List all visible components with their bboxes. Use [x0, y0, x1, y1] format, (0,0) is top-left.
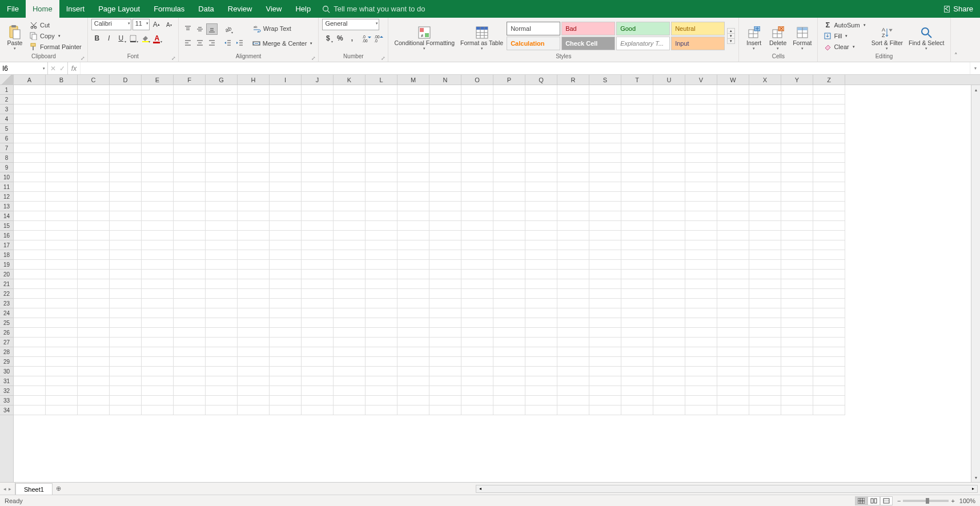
cell[interactable] — [302, 114, 334, 124]
cell[interactable] — [493, 270, 525, 279]
cell[interactable] — [174, 318, 206, 328]
cell[interactable] — [781, 347, 813, 357]
cell[interactable] — [813, 124, 845, 134]
cell[interactable] — [78, 396, 110, 405]
cell[interactable] — [653, 114, 685, 124]
cell[interactable] — [493, 85, 525, 95]
cell[interactable] — [334, 318, 366, 328]
cell[interactable] — [334, 211, 366, 221]
column-header[interactable]: F — [174, 75, 206, 85]
cell[interactable] — [206, 192, 238, 202]
cell[interactable] — [717, 172, 749, 182]
zoom-track[interactable] — [903, 500, 949, 502]
cell[interactable] — [525, 328, 557, 338]
style-check-cell[interactable]: Check Cell — [561, 37, 615, 50]
column-header[interactable]: C — [78, 75, 110, 85]
column-header[interactable]: O — [461, 75, 493, 85]
cell[interactable] — [653, 260, 685, 270]
cell[interactable] — [781, 367, 813, 376]
cell[interactable] — [238, 347, 270, 357]
cell[interactable] — [142, 202, 174, 211]
zoom-in-button[interactable]: + — [951, 497, 954, 504]
cell[interactable] — [142, 85, 174, 95]
cell[interactable] — [238, 357, 270, 367]
cell[interactable] — [397, 124, 429, 134]
cell[interactable] — [717, 143, 749, 153]
cell[interactable] — [589, 105, 621, 114]
cell[interactable] — [717, 279, 749, 289]
cell[interactable] — [749, 192, 781, 202]
cell[interactable] — [78, 124, 110, 134]
cell[interactable] — [78, 260, 110, 270]
cell[interactable] — [781, 357, 813, 367]
cell[interactable] — [621, 308, 653, 318]
cell[interactable] — [557, 182, 589, 192]
cell[interactable] — [717, 328, 749, 338]
cell[interactable] — [366, 308, 397, 318]
cell[interactable] — [14, 240, 46, 250]
cell[interactable] — [397, 338, 429, 347]
cell[interactable] — [270, 143, 302, 153]
cell[interactable] — [653, 279, 685, 289]
autosum-button[interactable]: Σ AutoSum ▾ — [821, 20, 867, 30]
cell[interactable] — [781, 405, 813, 415]
cell[interactable] — [78, 202, 110, 211]
cell[interactable] — [429, 172, 461, 182]
cell[interactable] — [46, 386, 78, 396]
cell[interactable] — [525, 85, 557, 95]
cell[interactable] — [685, 376, 717, 386]
cell[interactable] — [749, 134, 781, 143]
cell[interactable] — [813, 347, 845, 357]
row-header[interactable]: 20 — [0, 270, 13, 279]
cell[interactable] — [110, 357, 142, 367]
cell[interactable] — [302, 211, 334, 221]
cell[interactable] — [493, 105, 525, 114]
cell[interactable] — [781, 153, 813, 163]
font-color-button[interactable]: A — [151, 33, 163, 44]
cell[interactable] — [302, 318, 334, 328]
cell[interactable] — [238, 270, 270, 279]
cell[interactable] — [621, 221, 653, 231]
column-header[interactable]: K — [334, 75, 366, 85]
cell[interactable] — [589, 153, 621, 163]
cell[interactable] — [717, 153, 749, 163]
cell[interactable] — [461, 279, 493, 289]
cell[interactable] — [813, 308, 845, 318]
cell[interactable] — [78, 250, 110, 260]
cell[interactable] — [206, 367, 238, 376]
cell[interactable] — [589, 85, 621, 95]
column-header[interactable]: W — [717, 75, 749, 85]
cell[interactable] — [525, 279, 557, 289]
cell[interactable] — [493, 260, 525, 270]
cell[interactable] — [589, 338, 621, 347]
cell[interactable] — [717, 134, 749, 143]
cell[interactable] — [749, 367, 781, 376]
cell[interactable] — [749, 289, 781, 299]
cell[interactable] — [653, 202, 685, 211]
cell[interactable] — [653, 299, 685, 308]
cell[interactable] — [685, 172, 717, 182]
cell[interactable] — [685, 192, 717, 202]
cell[interactable] — [142, 386, 174, 396]
cell[interactable] — [238, 172, 270, 182]
cell[interactable] — [589, 318, 621, 328]
cell[interactable] — [334, 124, 366, 134]
cell[interactable] — [334, 308, 366, 318]
cell[interactable] — [110, 153, 142, 163]
cell[interactable] — [429, 338, 461, 347]
delete-cells-button[interactable]: Delete ▾ — [766, 20, 789, 52]
row-header[interactable]: 15 — [0, 221, 13, 231]
cell[interactable] — [270, 328, 302, 338]
cell[interactable] — [334, 240, 366, 250]
cell[interactable] — [110, 221, 142, 231]
cell[interactable] — [78, 240, 110, 250]
cell[interactable] — [142, 347, 174, 357]
cell[interactable] — [429, 328, 461, 338]
cell[interactable] — [14, 182, 46, 192]
cell[interactable] — [142, 289, 174, 299]
row-header[interactable]: 8 — [0, 153, 13, 163]
cell[interactable] — [685, 85, 717, 95]
cell[interactable] — [174, 192, 206, 202]
cell[interactable] — [302, 85, 334, 95]
cell[interactable] — [78, 85, 110, 95]
